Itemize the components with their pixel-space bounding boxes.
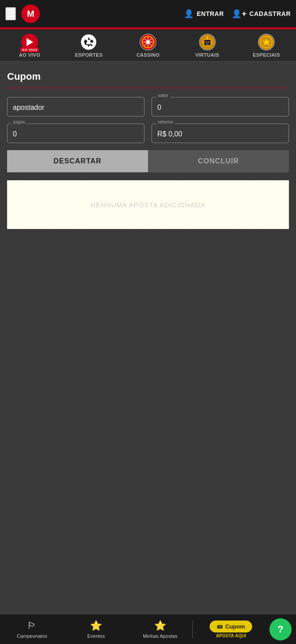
eventos-label: Eventos <box>87 633 105 639</box>
svg-rect-15 <box>208 41 209 43</box>
header: ☰ M 👤 ENTRAR 👤+ CADASTRAR <box>0 0 296 27</box>
ticket-jagged-bottom <box>7 229 289 237</box>
jogos-label: jogos <box>12 119 27 124</box>
bottom-nav-eventos[interactable]: ⭐ Eventos <box>64 617 129 642</box>
descartar-button[interactable]: DESCARTAR <box>7 150 148 172</box>
retorno-field-wrap: retorno <box>152 124 289 143</box>
person-icon: 👤 <box>184 9 194 19</box>
main-content: Cupom valor jogos retorno DESCARTAR CONC… <box>0 62 296 244</box>
apostador-field-wrap <box>7 97 144 116</box>
bet-icon: ⭐ <box>154 620 166 632</box>
retorno-input[interactable] <box>152 124 289 143</box>
valor-field-wrap: valor <box>152 97 289 116</box>
casino-icon <box>140 34 156 50</box>
ticket-body: NENHUMA APOSTA ADICIONADA <box>7 180 289 229</box>
star-nav-icon: ⭐ <box>90 620 102 632</box>
valor-input[interactable] <box>152 97 289 116</box>
soccer-ball-icon <box>80 34 97 50</box>
svg-point-0 <box>81 34 97 50</box>
svg-rect-13 <box>204 39 211 46</box>
apostador-input[interactable] <box>7 97 144 116</box>
play-icon <box>27 38 33 46</box>
entrar-button[interactable]: 👤 ENTRAR <box>184 9 224 19</box>
retorno-label: retorno <box>156 119 175 124</box>
cadastrar-button[interactable]: 👤+ CADASTRAR <box>232 9 291 19</box>
flag-icon: 🏳 <box>27 620 37 632</box>
logo: M <box>21 4 40 23</box>
bottom-nav: 🏳 Campeonatos ⭐ Eventos ⭐ Minhas Apostas… <box>0 614 296 644</box>
tab-especiais[interactable]: ESPECIAIS <box>237 29 296 61</box>
campeonatos-label: Campeonatos <box>17 633 47 639</box>
tab-especiais-label: ESPECIAIS <box>253 52 280 58</box>
jogos-field-wrap: jogos <box>7 124 144 143</box>
ao-vivo-badge: AO VIVO <box>20 47 39 52</box>
person-add-icon: 👤+ <box>232 9 247 19</box>
svg-rect-14 <box>206 41 207 43</box>
svg-point-12 <box>146 40 150 44</box>
tab-esportes-label: ESPORTES <box>75 52 102 58</box>
bottom-nav-campeonatos[interactable]: 🏳 Campeonatos <box>0 617 64 642</box>
header-actions: 👤 ENTRAR 👤+ CADASTRAR <box>184 9 291 19</box>
tab-cassino[interactable]: CASSINO <box>118 29 178 61</box>
aposta-aqui-label: APOSTA AQUI <box>216 633 246 638</box>
ticket-empty-text: NENHUMA APOSTA ADICIONADA <box>91 201 206 209</box>
section-divider <box>7 88 289 88</box>
concluir-button[interactable]: CONCLUIR <box>148 150 289 172</box>
tab-esportes[interactable]: ESPORTES <box>59 29 119 61</box>
robot-icon <box>199 34 216 50</box>
coupon-icon: 🎟 <box>217 623 222 630</box>
svg-point-18 <box>206 36 208 38</box>
tab-ao-vivo[interactable]: AO VIVO AO VIVO <box>0 29 59 61</box>
svg-rect-16 <box>206 43 209 44</box>
valor-label: valor <box>156 93 170 98</box>
jogos-input[interactable] <box>7 124 144 143</box>
page-title: Cupom <box>7 71 289 82</box>
tab-cassino-label: CASSINO <box>136 52 160 58</box>
tab-virtuais[interactable]: VIRTUAIS <box>178 29 237 61</box>
menu-button[interactable]: ☰ <box>5 7 16 20</box>
help-icon: ? <box>277 624 283 635</box>
help-button[interactable]: ? <box>269 618 292 640</box>
tab-virtuais-label: VIRTUAIS <box>195 52 219 58</box>
action-buttons: DESCARTAR CONCLUIR <box>7 150 289 172</box>
ticket-area: NENHUMA APOSTA ADICIONADA <box>7 172 289 237</box>
nav-tabs: AO VIVO AO VIVO ESPORTES CAS <box>0 29 296 62</box>
coupon-button[interactable]: 🎟 Cupom <box>210 621 252 632</box>
star-icon <box>258 34 275 50</box>
form-row-1: valor <box>7 97 289 116</box>
minhas-apostas-label: Minhas Apostas <box>143 633 178 639</box>
form-row-2: jogos retorno <box>7 124 289 143</box>
bottom-nav-minhas-apostas[interactable]: ⭐ Minhas Apostas <box>128 617 192 642</box>
ticket-jagged-top <box>7 172 289 180</box>
ao-vivo-icon: AO VIVO <box>21 34 38 50</box>
cupom-label: Cupom <box>225 623 245 630</box>
tab-ao-vivo-label: AO VIVO <box>19 52 40 58</box>
bottom-nav-coupon[interactable]: 🎟 Cupom APOSTA AQUI <box>193 621 269 638</box>
